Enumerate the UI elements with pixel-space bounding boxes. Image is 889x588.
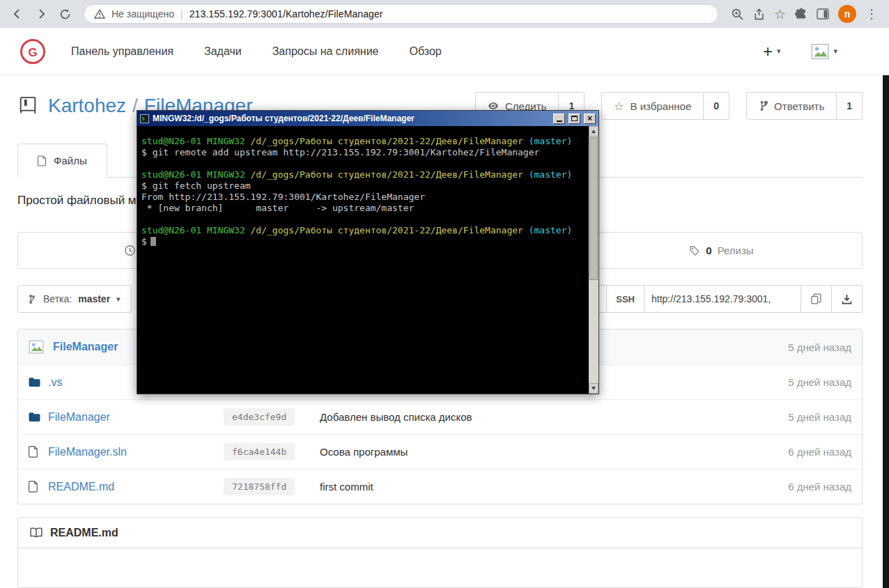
download-icon — [842, 294, 852, 304]
releases-count: 0 — [706, 245, 711, 256]
latest-commit-age: 5 дней назад — [788, 341, 851, 353]
book-icon — [30, 527, 42, 538]
fork-icon — [759, 100, 768, 111]
file-link[interactable]: FileManager.sln — [48, 446, 224, 458]
user-avatar — [811, 43, 829, 60]
clone-url-input[interactable] — [644, 285, 801, 313]
commit-age: 6 дней назад — [788, 481, 851, 493]
zoom-icon[interactable] — [731, 8, 744, 21]
commit-age: 5 дней назад — [788, 376, 851, 388]
commit-age: 5 дней назад — [788, 411, 851, 423]
tab-files-label: Файлы — [54, 155, 87, 167]
clone-url-group: HTTP SSH — [564, 285, 863, 313]
refresh-icon — [59, 8, 71, 20]
nav-item-dashboard[interactable]: Панель управления — [71, 45, 173, 58]
gogs-navbar: G Панель управления Задачи Запросы на сл… — [0, 28, 889, 75]
repo-owner-link[interactable]: Kartohez — [48, 95, 126, 116]
folder-icon — [29, 412, 48, 422]
terminal-blank-line — [141, 214, 585, 225]
terminal-cursor — [150, 237, 156, 246]
folder-icon — [29, 377, 48, 387]
terminal-prompt-line: stud@N26-01 MINGW32 /d/_gogs/Работы студ… — [141, 225, 585, 236]
repo-book-icon — [17, 95, 38, 116]
star-group: ☆ В избранное 0 — [601, 92, 729, 120]
file-icon — [38, 155, 47, 167]
branch-selector[interactable]: Ветка: master ▾ — [17, 285, 132, 313]
commit-hash-badge[interactable]: e4de3cfe9d — [224, 408, 295, 426]
navbar-right: + ▾ ▾ — [763, 43, 869, 60]
fork-button[interactable]: Ответвить — [746, 92, 837, 120]
refresh-button[interactable] — [54, 3, 75, 24]
file-icon — [29, 481, 48, 493]
scroll-up-arrow-icon[interactable] — [589, 126, 598, 137]
file-icon — [29, 446, 48, 458]
file-link[interactable]: README.md — [48, 481, 224, 493]
terminal-command-line: $ git fetch upstream — [141, 180, 585, 192]
scroll-down-arrow-icon[interactable] — [589, 383, 598, 394]
create-new-menu[interactable]: + ▾ — [763, 43, 781, 60]
side-panel-icon[interactable] — [817, 8, 829, 20]
terminal-scrollbar-thumb[interactable] — [589, 137, 598, 280]
commit-message: first commit — [316, 481, 788, 493]
readme-header: README.md — [18, 518, 862, 548]
terminal-close-button[interactable]: × — [584, 114, 596, 124]
terminal-prompt-line: stud@N26-01 MINGW32 /d/_gogs/Работы студ… — [141, 136, 585, 147]
terminal-scrollbar[interactable] — [589, 126, 598, 394]
star-button[interactable]: ☆ В избранное — [601, 92, 704, 120]
terminal-output: stud@N26-01 MINGW32 /d/_gogs/Работы студ… — [137, 126, 589, 394]
svg-text:G: G — [28, 45, 37, 59]
star-count[interactable]: 0 — [704, 92, 729, 120]
terminal-body: stud@N26-01 MINGW32 /d/_gogs/Работы студ… — [137, 126, 598, 394]
download-archive-button[interactable] — [832, 285, 863, 313]
nav-item-explore[interactable]: Обзор — [409, 45, 441, 58]
terminal-window[interactable]: MINGW32:/d/_gogs/Работы студентов/2021-2… — [137, 110, 599, 394]
terminal-cursor-line: $ — [141, 236, 585, 247]
terminal-prompt-line: stud@N26-01 MINGW32 /d/_gogs/Работы студ… — [141, 169, 585, 180]
back-button[interactable] — [7, 3, 28, 24]
star-label: В избранное — [631, 100, 692, 112]
nav-item-issues[interactable]: Задачи — [204, 45, 242, 58]
latest-commit-link[interactable]: FileManager — [53, 341, 118, 353]
commit-message: Добавлен вывод списка дисков — [316, 411, 788, 423]
ssh-protocol-button[interactable]: SSH — [607, 285, 644, 313]
commit-hash-badge[interactable]: f6ca4e144b — [224, 443, 295, 461]
chevron-down-icon: ▾ — [777, 47, 781, 56]
extensions-icon[interactable] — [795, 8, 807, 20]
nav-item-pull-requests[interactable]: Запросы на слияние — [272, 45, 379, 58]
browser-toolbar: Не защищено | 213.155.192.79:3001/Kartoh… — [0, 0, 889, 28]
url-text: 213.155.192.79:3001/Kartohez/FileManager — [190, 8, 383, 20]
copy-url-button[interactable] — [801, 285, 832, 313]
address-bar[interactable]: Не защищено | 213.155.192.79:3001/Kartoh… — [84, 4, 718, 24]
page-scrollbar[interactable] — [883, 75, 889, 588]
browser-profile-avatar[interactable]: n — [838, 5, 856, 23]
file-link[interactable]: FileManager — [48, 411, 224, 424]
address-divider: | — [180, 8, 183, 20]
releases-cell[interactable]: 0 Релизы — [580, 233, 862, 268]
chevron-down-icon: ▾ — [116, 295, 121, 304]
terminal-output-line: From http://213.155.192.79:3001/Kartohez… — [141, 192, 585, 203]
commit-message: Осова программы — [316, 446, 788, 458]
terminal-command-line: $ git remote add upstream http://213.155… — [141, 147, 585, 158]
browser-menu-icon[interactable]: ⋮ — [865, 6, 878, 22]
tag-icon — [689, 245, 700, 256]
fork-group: Ответвить 1 — [746, 92, 863, 120]
terminal-minimize-button[interactable] — [553, 114, 565, 124]
table-row: README.md 7218758ffd first commit 6 дней… — [18, 469, 862, 504]
forward-button[interactable] — [31, 3, 52, 24]
branch-icon — [29, 294, 37, 304]
user-menu[interactable]: ▾ — [811, 43, 837, 60]
gogs-logo-icon[interactable]: G — [20, 38, 46, 65]
star-icon: ☆ — [614, 100, 624, 113]
bookmark-star-icon[interactable]: ☆ — [774, 6, 786, 22]
browser-actions: ☆ n ⋮ — [727, 5, 882, 23]
plus-icon: + — [763, 43, 773, 60]
history-icon — [124, 245, 136, 258]
terminal-titlebar[interactable]: MINGW32:/d/_gogs/Работы студентов/2021-2… — [137, 111, 598, 126]
terminal-maximize-button[interactable] — [569, 114, 580, 124]
share-icon[interactable] — [753, 8, 765, 20]
commit-hash-badge[interactable]: 7218758ffd — [224, 478, 295, 495]
security-label: Не защищено — [111, 8, 174, 20]
terminal-icon — [140, 114, 149, 123]
fork-count[interactable]: 1 — [837, 92, 863, 120]
tab-files[interactable]: Файлы — [17, 144, 107, 178]
